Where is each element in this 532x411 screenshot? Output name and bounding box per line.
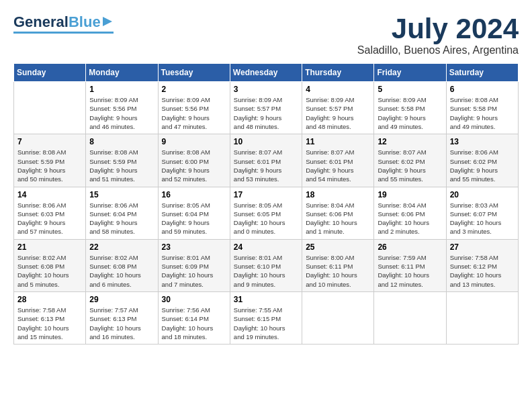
day-info: Sunrise: 8:05 AM Sunset: 6:04 PM Dayligh… (162, 201, 226, 236)
calendar-day-cell: 3Sunrise: 8:09 AM Sunset: 5:57 PM Daylig… (230, 82, 302, 134)
day-number: 30 (162, 295, 226, 304)
calendar-day-cell: 18Sunrise: 8:04 AM Sunset: 6:06 PM Dayli… (302, 187, 374, 239)
calendar-week-row: 14Sunrise: 8:06 AM Sunset: 6:03 PM Dayli… (14, 187, 519, 239)
day-number: 6 (450, 85, 515, 94)
weekday-header-cell: Sunday (14, 64, 86, 82)
calendar-day-cell: 19Sunrise: 8:04 AM Sunset: 6:06 PM Dayli… (374, 187, 446, 239)
day-info: Sunrise: 8:06 AM Sunset: 6:03 PM Dayligh… (17, 201, 82, 236)
calendar-day-cell: 29Sunrise: 7:57 AM Sunset: 6:13 PM Dayli… (86, 291, 158, 344)
day-number: 2 (162, 85, 226, 94)
calendar-day-cell (14, 82, 86, 134)
calendar-day-cell (446, 291, 518, 344)
logo-blue: Blue (69, 13, 101, 31)
calendar-day-cell: 14Sunrise: 8:06 AM Sunset: 6:03 PM Dayli… (14, 187, 86, 239)
day-number: 9 (162, 137, 226, 146)
day-info: Sunrise: 8:06 AM Sunset: 6:02 PM Dayligh… (450, 148, 515, 183)
day-info: Sunrise: 7:55 AM Sunset: 6:15 PM Dayligh… (234, 306, 298, 341)
day-number: 4 (306, 85, 370, 94)
day-info: Sunrise: 8:06 AM Sunset: 6:04 PM Dayligh… (89, 201, 154, 236)
day-number: 21 (17, 242, 82, 252)
calendar-day-cell: 31Sunrise: 7:55 AM Sunset: 6:15 PM Dayli… (230, 291, 302, 344)
calendar-day-cell: 11Sunrise: 8:07 AM Sunset: 6:01 PM Dayli… (302, 134, 374, 187)
calendar-day-cell: 24Sunrise: 8:01 AM Sunset: 6:10 PM Dayli… (230, 239, 302, 291)
day-info: Sunrise: 8:08 AM Sunset: 5:59 PM Dayligh… (17, 148, 82, 183)
day-info: Sunrise: 8:04 AM Sunset: 6:06 PM Dayligh… (378, 201, 442, 236)
day-number: 3 (234, 85, 298, 94)
calendar-day-cell: 16Sunrise: 8:05 AM Sunset: 6:04 PM Dayli… (158, 187, 230, 239)
weekday-header-cell: Tuesday (158, 64, 230, 82)
day-info: Sunrise: 7:59 AM Sunset: 6:11 PM Dayligh… (378, 253, 442, 289)
calendar-day-cell: 8Sunrise: 8:08 AM Sunset: 5:59 PM Daylig… (86, 134, 158, 187)
logo-general: General (13, 13, 69, 31)
day-number: 18 (306, 190, 370, 199)
day-info: Sunrise: 7:56 AM Sunset: 6:14 PM Dayligh… (162, 306, 226, 341)
day-number: 12 (378, 137, 442, 146)
day-number: 1 (89, 85, 154, 94)
day-info: Sunrise: 8:08 AM Sunset: 6:00 PM Dayligh… (162, 148, 226, 183)
calendar-body: 1Sunrise: 8:09 AM Sunset: 5:56 PM Daylig… (14, 82, 519, 345)
calendar-day-cell: 23Sunrise: 8:01 AM Sunset: 6:09 PM Dayli… (158, 239, 230, 291)
calendar-day-cell (302, 291, 374, 344)
weekday-header-row: SundayMondayTuesdayWednesdayThursdayFrid… (14, 64, 519, 82)
day-number: 15 (89, 190, 154, 199)
day-info: Sunrise: 7:57 AM Sunset: 6:13 PM Dayligh… (89, 306, 154, 341)
day-number: 26 (378, 242, 442, 252)
day-info: Sunrise: 8:02 AM Sunset: 6:08 PM Dayligh… (89, 253, 154, 289)
calendar-day-cell: 10Sunrise: 8:07 AM Sunset: 6:01 PM Dayli… (230, 134, 302, 187)
calendar-week-row: 7Sunrise: 8:08 AM Sunset: 5:59 PM Daylig… (14, 134, 519, 187)
day-number: 24 (234, 242, 298, 252)
calendar-day-cell: 28Sunrise: 7:58 AM Sunset: 6:13 PM Dayli… (14, 291, 86, 344)
day-number: 28 (17, 295, 82, 304)
day-info: Sunrise: 8:01 AM Sunset: 6:09 PM Dayligh… (162, 253, 226, 289)
day-info: Sunrise: 8:07 AM Sunset: 6:01 PM Dayligh… (234, 148, 298, 183)
day-info: Sunrise: 7:58 AM Sunset: 6:13 PM Dayligh… (17, 306, 82, 341)
calendar-day-cell: 5Sunrise: 8:09 AM Sunset: 5:58 PM Daylig… (374, 82, 446, 134)
page-header: General Blue July 2024 Saladillo, Buenos… (13, 13, 519, 56)
day-info: Sunrise: 8:07 AM Sunset: 6:01 PM Dayligh… (306, 148, 370, 183)
day-number: 27 (450, 242, 515, 252)
svg-marker-0 (103, 17, 112, 26)
day-info: Sunrise: 8:08 AM Sunset: 5:58 PM Dayligh… (450, 95, 515, 131)
calendar-day-cell: 30Sunrise: 7:56 AM Sunset: 6:14 PM Dayli… (158, 291, 230, 344)
day-info: Sunrise: 8:08 AM Sunset: 5:59 PM Dayligh… (89, 148, 154, 183)
day-number: 31 (234, 295, 298, 304)
day-number: 10 (234, 137, 298, 146)
calendar-day-cell: 1Sunrise: 8:09 AM Sunset: 5:56 PM Daylig… (86, 82, 158, 134)
day-info: Sunrise: 8:05 AM Sunset: 6:05 PM Dayligh… (234, 201, 298, 236)
day-info: Sunrise: 8:00 AM Sunset: 6:11 PM Dayligh… (306, 253, 370, 289)
location-subtitle: Saladillo, Buenos Aires, Argentina (357, 44, 519, 56)
weekday-header-cell: Thursday (302, 64, 374, 82)
title-block: July 2024 Saladillo, Buenos Aires, Argen… (357, 13, 519, 56)
month-year-title: July 2024 (357, 13, 519, 44)
day-info: Sunrise: 8:04 AM Sunset: 6:06 PM Dayligh… (306, 201, 370, 236)
calendar-week-row: 1Sunrise: 8:09 AM Sunset: 5:56 PM Daylig… (14, 82, 519, 134)
calendar-day-cell: 7Sunrise: 8:08 AM Sunset: 5:59 PM Daylig… (14, 134, 86, 187)
day-number: 25 (306, 242, 370, 252)
day-number: 22 (89, 242, 154, 252)
calendar-day-cell: 13Sunrise: 8:06 AM Sunset: 6:02 PM Dayli… (446, 134, 518, 187)
calendar-week-row: 28Sunrise: 7:58 AM Sunset: 6:13 PM Dayli… (14, 291, 519, 344)
calendar-day-cell: 12Sunrise: 8:07 AM Sunset: 6:02 PM Dayli… (374, 134, 446, 187)
day-number: 17 (234, 190, 298, 199)
calendar-day-cell: 27Sunrise: 7:58 AM Sunset: 6:12 PM Dayli… (446, 239, 518, 291)
weekday-header-cell: Monday (86, 64, 158, 82)
logo-icon (103, 15, 114, 26)
calendar-day-cell: 6Sunrise: 8:08 AM Sunset: 5:58 PM Daylig… (446, 82, 518, 134)
calendar-day-cell: 9Sunrise: 8:08 AM Sunset: 6:00 PM Daylig… (158, 134, 230, 187)
day-number: 11 (306, 137, 370, 146)
calendar-day-cell: 17Sunrise: 8:05 AM Sunset: 6:05 PM Dayli… (230, 187, 302, 239)
day-number: 5 (378, 85, 442, 94)
calendar-day-cell: 2Sunrise: 8:09 AM Sunset: 5:56 PM Daylig… (158, 82, 230, 134)
day-number: 13 (450, 137, 515, 146)
day-info: Sunrise: 8:09 AM Sunset: 5:57 PM Dayligh… (234, 95, 298, 131)
day-info: Sunrise: 8:09 AM Sunset: 5:57 PM Dayligh… (306, 95, 370, 131)
calendar-day-cell: 25Sunrise: 8:00 AM Sunset: 6:11 PM Dayli… (302, 239, 374, 291)
calendar-day-cell (374, 291, 446, 344)
calendar-week-row: 21Sunrise: 8:02 AM Sunset: 6:08 PM Dayli… (14, 239, 519, 291)
day-info: Sunrise: 8:09 AM Sunset: 5:56 PM Dayligh… (89, 95, 154, 131)
calendar-day-cell: 21Sunrise: 8:02 AM Sunset: 6:08 PM Dayli… (14, 239, 86, 291)
day-number: 7 (17, 137, 82, 146)
day-number: 19 (378, 190, 442, 199)
day-number: 20 (450, 190, 515, 199)
day-info: Sunrise: 8:09 AM Sunset: 5:56 PM Dayligh… (162, 95, 226, 131)
